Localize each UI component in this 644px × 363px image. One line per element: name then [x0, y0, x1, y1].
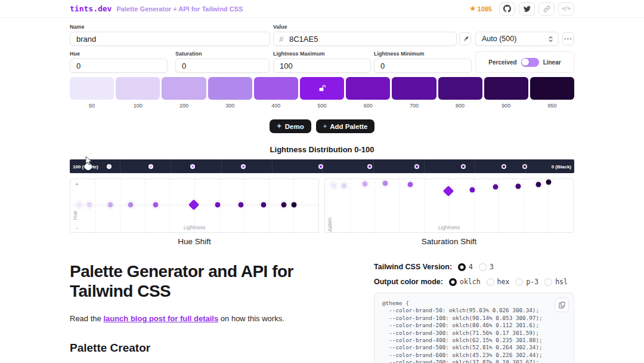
css-output-block: @theme { --color-brand-50: oklch(95.03% … — [374, 293, 574, 363]
clipboard-icon — [558, 302, 565, 309]
palette-swatch-900[interactable] — [484, 77, 528, 100]
lightness-dot-950[interactable] — [522, 164, 527, 169]
name-input[interactable] — [70, 32, 270, 46]
saturation-chart-point-600 — [470, 187, 475, 192]
demo-button[interactable]: ✦ Demo — [270, 119, 311, 133]
radio-option-hsl[interactable]: hsl — [544, 278, 568, 286]
radio-option-4[interactable]: 4 — [458, 263, 473, 271]
saturation-chart: + - Saturation Lightness — [324, 179, 574, 233]
plus-icon: + — [323, 123, 327, 130]
blog-post-link[interactable]: launch blog post for full details — [103, 314, 218, 323]
lightness-dot-200[interactable] — [148, 164, 153, 169]
gridline — [95, 179, 96, 232]
mode-options: oklchhexp-3hsl — [449, 278, 568, 286]
radio-option-3[interactable]: 3 — [479, 263, 494, 271]
radio-unselected-3[interactable] — [479, 263, 487, 271]
app-logo[interactable]: tints.dev — [70, 4, 112, 13]
palette-swatch-950[interactable] — [530, 77, 574, 100]
radio-label-hex: hex — [497, 278, 510, 286]
gridline — [269, 179, 270, 232]
github-stars[interactable]: ★ 1085 — [470, 5, 492, 13]
radio-unselected-hsl[interactable] — [544, 278, 552, 286]
palette-swatch-400[interactable] — [254, 77, 298, 100]
saturation-chart-point-400 — [408, 182, 413, 187]
code-pre: @theme { --color-brand-50: oklch(95.03% … — [382, 300, 566, 363]
radio-label-hsl: hsl — [555, 278, 568, 286]
radio-unselected-hex[interactable] — [487, 278, 494, 286]
hue-chart-point-200 — [107, 202, 113, 207]
palette-stop-label-600: 600 — [346, 103, 390, 109]
perceived-label: Perceived — [488, 59, 516, 66]
palette-swatch-700[interactable] — [392, 77, 436, 100]
add-palette-button[interactable]: + Add Palette — [316, 119, 375, 133]
lightness-slider[interactable]: 100 (White) 0 (Black) — [70, 159, 574, 173]
hue-chart-point-600 — [215, 202, 221, 207]
saturation-chart-point-900 — [535, 182, 541, 187]
toggle-knob[interactable] — [522, 59, 529, 66]
hex-prefix: # — [279, 35, 283, 44]
palette-swatch-50[interactable] — [70, 77, 114, 100]
twitter-button[interactable] — [519, 2, 535, 16]
value-input[interactable] — [273, 32, 457, 46]
value-label: Value — [273, 24, 457, 30]
saturation-shift-caption: Saturation Shift — [324, 237, 574, 246]
palette-swatch-300[interactable] — [208, 77, 252, 100]
distribution-title: Lightness Distribution 0-100 — [70, 145, 574, 154]
lightness-min-input[interactable] — [374, 59, 472, 73]
radio-option-oklch[interactable]: oklch — [449, 278, 481, 286]
palette-swatch-100[interactable] — [116, 77, 160, 100]
hue-chart-point-300 — [128, 202, 134, 207]
github-button[interactable] — [499, 2, 515, 16]
gridline — [145, 179, 145, 232]
lightness-max-input[interactable] — [273, 59, 371, 73]
hue-input[interactable] — [70, 59, 168, 73]
gridline — [120, 179, 120, 232]
lightness-dot-900[interactable] — [501, 164, 506, 169]
copy-button[interactable] — [555, 298, 569, 312]
palette-swatch-600[interactable] — [346, 77, 390, 100]
hue-label: Hue — [70, 51, 168, 57]
palette-swatch-200[interactable] — [162, 77, 206, 100]
eyedropper-button[interactable] — [459, 32, 471, 45]
palette-swatch-500[interactable] — [300, 77, 344, 100]
stop-mode-select[interactable]: Auto (500) — [475, 32, 559, 46]
lightness-dot-500[interactable] — [318, 164, 323, 169]
lightness-dot-300[interactable] — [190, 164, 195, 169]
radio-selected-oklch[interactable] — [449, 278, 457, 286]
palette-stop-label-950: 950 — [530, 103, 574, 109]
lightness-dot-800[interactable] — [461, 164, 466, 169]
more-options-button[interactable]: ··· — [562, 32, 574, 45]
api-code-button[interactable]: </> — [558, 2, 574, 16]
hue-y-axis-label: Hue — [72, 210, 78, 220]
radio-option-p-3[interactable]: p-3 — [515, 278, 538, 286]
lightness-dot-700[interactable] — [414, 164, 419, 169]
palette-swatch-800[interactable] — [438, 77, 482, 100]
lightness-dot-100[interactable] — [107, 164, 112, 169]
hue-chart-point-800 — [261, 202, 267, 207]
eyedropper-icon — [462, 36, 469, 42]
hue-shift-caption: Hue Shift — [70, 237, 319, 246]
radio-selected-4[interactable] — [458, 263, 466, 271]
lightness-dot-50[interactable] — [85, 163, 92, 170]
lightness-dot-600[interactable] — [367, 164, 372, 169]
unlock-icon — [318, 85, 326, 93]
saturation-chart-point-100 — [342, 183, 347, 188]
hue-chart-point-900 — [281, 202, 286, 207]
twitter-icon — [524, 5, 531, 13]
radio-unselected-p-3[interactable] — [515, 278, 523, 286]
palette-stop-label-700: 700 — [392, 103, 436, 109]
gridline — [350, 179, 351, 232]
radio-option-hex[interactable]: hex — [487, 278, 510, 286]
sparkles-icon: ✦ — [277, 123, 282, 130]
lightness-dot-400[interactable] — [241, 164, 246, 169]
palette-stop-label-50: 50 — [70, 103, 114, 109]
hue-chart-point-50 — [77, 202, 82, 207]
gridline — [400, 179, 400, 232]
sat-y-axis-label: Saturation — [327, 217, 333, 233]
lightness-max-label: Lightness Maximum — [273, 51, 371, 57]
perceived-linear-toggle[interactable] — [521, 58, 539, 67]
saturation-input[interactable] — [175, 59, 270, 73]
palette-stop-label-500: 500 — [300, 103, 344, 109]
share-link-button[interactable] — [538, 2, 555, 16]
hue-chart-point-400 — [153, 202, 159, 207]
